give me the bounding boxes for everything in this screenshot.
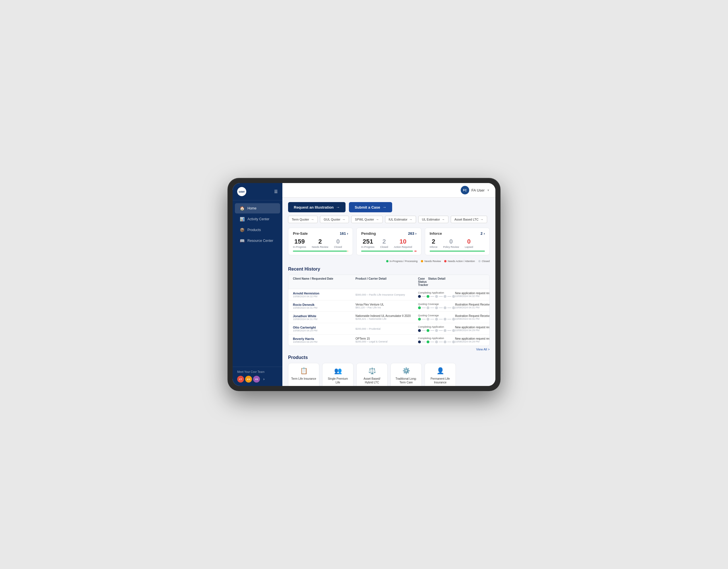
topbar: FC FA User ▼ <box>282 183 495 198</box>
dot <box>444 329 446 332</box>
activity-icon: 📊 <box>239 217 245 222</box>
pending-action: 10 Action Required <box>394 239 412 249</box>
row1-tracker: Quoting Coverage <box>418 303 455 309</box>
dashboard-body: Request an Illustration → Submit a Case … <box>282 198 495 386</box>
product-card-asset[interactable]: ⚖️ Asset Based/ Hybrid LTC <box>356 363 388 386</box>
sidebar-item-activity[interactable]: 📊 Activity Center <box>235 214 280 224</box>
product-card-traditional[interactable]: ⚙️ Traditional Long-Term Care <box>390 363 422 386</box>
products-icon: 📦 <box>239 228 245 232</box>
quoter-arrow-4: → <box>442 218 445 221</box>
dot <box>418 295 421 298</box>
table-header: Client Name / Requested Date Product / C… <box>288 275 489 289</box>
sidebar-item-resource[interactable]: 📖 Resource Center <box>235 236 280 246</box>
pending-inprogress: 251 In-Progress <box>361 239 375 249</box>
spwl-quoter-link[interactable]: SPWL Quoter → <box>351 216 382 223</box>
pending-total[interactable]: 263 › <box>408 231 417 236</box>
quoter-arrow-3: → <box>409 218 412 221</box>
row3-status: New application request received 10/08/2… <box>455 326 490 332</box>
pending-bar <box>361 251 416 252</box>
resource-icon: 📖 <box>239 239 245 243</box>
presale-total[interactable]: 161 › <box>340 231 348 236</box>
row1-dots <box>418 306 455 309</box>
dot-line <box>447 307 451 308</box>
action-buttons: Request an Illustration → Submit a Case … <box>288 202 490 212</box>
inforce-bar-green <box>430 251 485 252</box>
legend-dot-gray <box>478 260 481 262</box>
presale-needsreview-num: 2 <box>312 239 328 245</box>
row0-product: $300,000 – Pacific Life Insurance Compan… <box>355 293 418 296</box>
dot-line <box>439 296 443 297</box>
user-dropdown-icon[interactable]: ▼ <box>487 189 490 192</box>
presale-bar-orange <box>348 251 348 252</box>
asset-ltc-link[interactable]: Asset Based LTC → <box>451 216 487 223</box>
dot-line <box>422 296 426 297</box>
iul-estimator-link[interactable]: IUL Estimator → <box>385 216 416 223</box>
team-expand-icon[interactable]: › <box>263 377 264 381</box>
dot-line <box>430 296 434 297</box>
arrow-right-icon-2: → <box>382 205 386 210</box>
row2-status: Illustration Request Received 10/08/2024… <box>455 314 490 320</box>
presale-needsreview: 2 Needs Review <box>312 239 328 249</box>
sidebar-label-products: Products <box>247 228 261 232</box>
inforce-total[interactable]: 2 › <box>481 231 485 236</box>
hamburger-icon[interactable]: ☰ <box>274 189 278 194</box>
request-illustration-button[interactable]: Request an Illustration → <box>288 202 346 212</box>
row4-client: Beverly Harris 10/08/2024 04:29 PM <box>293 337 355 343</box>
sidebar-label-activity: Activity Center <box>247 217 269 221</box>
traditional-ltc-icon: ⚙️ <box>402 367 410 374</box>
row4-product: OPTerm 15 $200,000 – Legal & General <box>355 337 418 343</box>
team-avatar-ks[interactable]: KS <box>245 376 252 382</box>
dot <box>444 306 446 309</box>
dot-line <box>430 307 434 308</box>
inforce-title: Inforce <box>430 231 442 236</box>
presale-needsreview-label: Needs Review <box>312 246 328 249</box>
dot <box>435 329 438 332</box>
dot <box>427 318 429 320</box>
sidebar-item-home[interactable]: 🏠 Home <box>235 203 280 214</box>
inforce-label: Inforce <box>430 246 438 249</box>
dot <box>418 340 421 343</box>
dot <box>427 295 429 298</box>
inforce-num: 2 <box>430 239 438 245</box>
sidebar-logo: covr ☰ <box>233 183 282 200</box>
traditional-ltc-label: Traditional Long-Term Care <box>394 377 419 384</box>
product-card-permanent[interactable]: 👤 Permanent Life Insurance <box>425 363 456 386</box>
row4-status: New application request received 10/08/2… <box>455 337 490 343</box>
header-product: Product / Carrier Detail <box>355 277 418 286</box>
team-avatar-ct[interactable]: CT <box>237 376 244 382</box>
inforce-policy: 0 Policy Review <box>443 239 459 249</box>
stat-card-presale: Pre-Sale 161 › 159 In-Progress 2 <box>288 228 353 255</box>
legend-inprogress: In-Progress / Processing <box>386 260 418 263</box>
arrow-right-icon: → <box>336 205 340 210</box>
ul-estimator-link[interactable]: UL Estimator → <box>418 216 448 223</box>
dot-line <box>447 319 451 319</box>
sidebar-label-resource: Resource Center <box>247 239 273 243</box>
dot <box>452 318 455 320</box>
term-quoter-link[interactable]: Term Quoter → <box>288 216 318 223</box>
inforce-policy-num: 0 <box>443 239 459 245</box>
quoter-arrow-0: → <box>311 218 314 221</box>
submit-case-button[interactable]: Submit a Case → <box>349 202 392 212</box>
view-all-link[interactable]: View All > <box>288 347 490 351</box>
products-title: Products <box>288 355 490 360</box>
row3-product: $200,000 – Prudential <box>355 327 418 330</box>
pending-inprogress-num: 251 <box>361 239 375 245</box>
row0-tracker: Completing Application <box>418 291 455 298</box>
team-avatar-vs[interactable]: VS <box>253 376 260 382</box>
product-card-single[interactable]: 👥 Single Premium Life <box>322 363 353 386</box>
inforce-header: Inforce 2 › <box>430 231 485 236</box>
user-info: FC FA User ▼ <box>461 186 490 195</box>
product-card-term[interactable]: 📋 Term Life Insurance <box>288 363 319 386</box>
pending-bar-gray <box>413 251 414 252</box>
sidebar-footer: Meet Your Covr Team CT KS VS › <box>233 367 282 386</box>
legend-dot-orange <box>421 260 423 262</box>
sidebar-item-products[interactable]: 📦 Products <box>235 225 280 235</box>
header-tracker: Case Status Tracker <box>418 277 428 286</box>
dot-line <box>422 319 426 319</box>
row0-status: New application request received 10/08/2… <box>455 291 490 297</box>
presale-inprogress: 159 In-Progress <box>293 239 306 249</box>
permanent-life-icon: 👤 <box>437 367 444 374</box>
presale-bar <box>293 251 348 252</box>
gul-quoter-link[interactable]: GUL Quoter → <box>320 216 349 223</box>
dot-line <box>430 319 434 319</box>
